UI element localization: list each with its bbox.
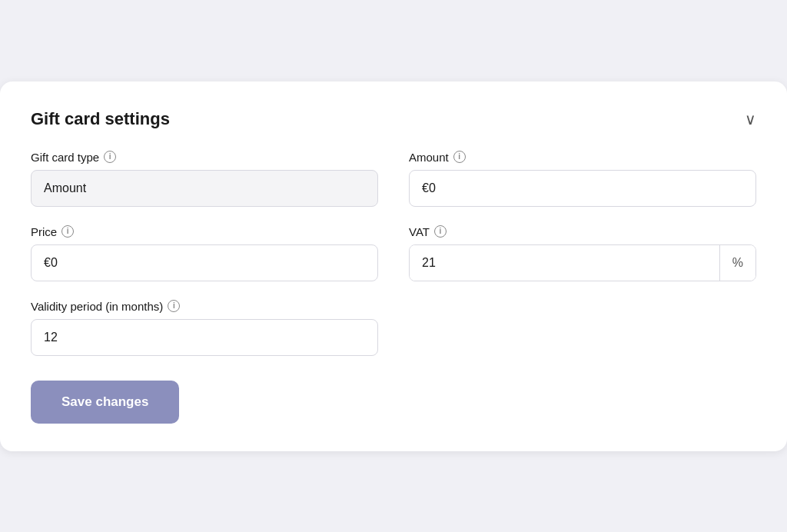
amount-label: Amount i <box>409 151 756 164</box>
price-group: Price i <box>31 225 378 281</box>
vat-percent-suffix: % <box>719 245 755 281</box>
gift-card-type-input[interactable] <box>31 170 378 207</box>
form-grid: Gift card type i Amount i Price i VAT <box>31 151 756 356</box>
vat-info-icon: i <box>434 225 447 238</box>
vat-label: VAT i <box>409 225 756 238</box>
validity-period-info-icon: i <box>168 300 180 312</box>
gift-card-settings-card: Gift card settings ∨ Gift card type i Am… <box>0 81 787 451</box>
card-header: Gift card settings ∨ <box>31 109 756 129</box>
chevron-down-icon[interactable]: ∨ <box>745 110 756 128</box>
vat-input-wrapper: % <box>409 244 756 281</box>
price-info-icon: i <box>61 225 74 238</box>
validity-period-group: Validity period (in months) i <box>31 300 378 356</box>
validity-period-label: Validity period (in months) i <box>31 300 378 313</box>
validity-period-input[interactable] <box>31 319 378 356</box>
vat-input[interactable] <box>410 245 719 281</box>
gift-card-type-label: Gift card type i <box>31 151 378 164</box>
gift-card-type-group: Gift card type i <box>31 151 378 207</box>
card-title: Gift card settings <box>31 109 170 129</box>
price-label: Price i <box>31 225 378 238</box>
gift-card-type-info-icon: i <box>104 151 116 163</box>
save-changes-button[interactable]: Save changes <box>31 381 179 424</box>
vat-group: VAT i % <box>409 225 756 281</box>
amount-info-icon: i <box>453 151 466 163</box>
amount-input[interactable] <box>409 170 756 207</box>
amount-group: Amount i <box>409 151 756 207</box>
price-input[interactable] <box>31 244 378 281</box>
